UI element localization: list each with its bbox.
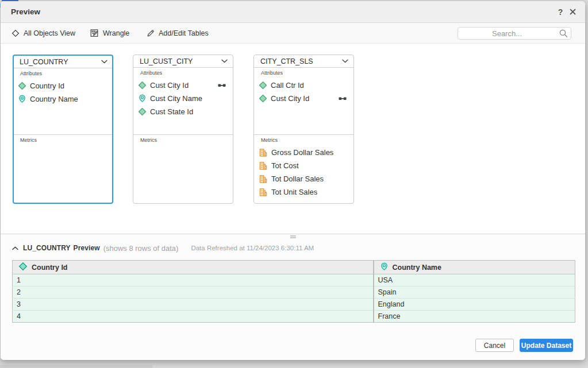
object-item-label: Call Ctr Id	[271, 81, 304, 90]
metric-icon	[259, 149, 267, 157]
object-item[interactable]: Tot Cost	[259, 159, 353, 172]
link-icon	[218, 83, 226, 88]
table-cell: 2	[13, 286, 374, 299]
search-box	[458, 27, 571, 40]
object-item[interactable]: Call Ctr Id	[259, 79, 353, 92]
table-cell: England	[374, 299, 575, 311]
toolbar-item-label: Add/Edit Tables	[159, 29, 209, 37]
metric-icon	[259, 188, 267, 196]
toolbar-item-label: All Objects View	[24, 29, 75, 37]
preview-panel: LU_COUNTRYPreview (shows 8 rows of data)…	[1, 234, 585, 360]
pencil-icon	[147, 29, 155, 37]
attribute-diamond-icon	[259, 95, 267, 102]
metrics-section-label: Metrics	[140, 137, 233, 144]
metric-icon	[259, 175, 267, 183]
close-button[interactable]	[567, 6, 578, 18]
metrics-section: MetricsGross Dollar SalesTot CostTot Dol…	[254, 135, 353, 203]
table-card-title: LU_COUNTRY	[20, 58, 68, 66]
metrics-section: Metrics	[14, 135, 112, 203]
data-refreshed-text: Data Refreshed at 11/24/2023 6:30:11 AM	[191, 245, 314, 251]
table-card-title: LU_CUST_CITY	[140, 57, 193, 65]
table-card-title: CITY_CTR_SLS	[260, 57, 313, 65]
toolbar-item-label: Wrangle	[103, 29, 129, 37]
attributes-section-label: Attributes	[20, 71, 112, 77]
table-cell: France	[374, 311, 575, 323]
column-header-country-name[interactable]: Country Name	[374, 261, 575, 274]
background-page-strip	[0, 365, 152, 368]
object-item-label: Gross Dollar Sales	[271, 148, 333, 157]
update-dataset-button[interactable]: Update Dataset	[520, 339, 573, 352]
object-item[interactable]: Cust City Id	[259, 92, 353, 105]
dialog-toolbar: All Objects ViewWrangleAdd/Edit Tables	[1, 23, 585, 44]
geo-pin-icon	[18, 95, 26, 103]
attributes-section: AttributesCall Ctr IdCust City Id	[254, 68, 353, 135]
geo-pin-icon	[381, 262, 388, 273]
attribute-diamond-icon	[259, 82, 267, 89]
search-input[interactable]	[458, 28, 556, 39]
object-item[interactable]: Cust State Id	[139, 105, 233, 118]
metrics-section-label: Metrics	[20, 137, 112, 144]
metric-icon	[259, 162, 267, 170]
table-card-header: LU_CUST_CITY	[133, 55, 233, 68]
table-card-city_ctr_sls[interactable]: CITY_CTR_SLSAttributesCall Ctr IdCust Ci…	[253, 55, 354, 204]
object-item[interactable]: Cust City Id	[139, 79, 233, 92]
cancel-button[interactable]: Cancel	[475, 339, 514, 352]
rows-note: (shows 8 rows of data)	[103, 244, 179, 253]
object-item[interactable]: Country Name	[18, 92, 112, 106]
table-cell: Spain	[374, 286, 575, 299]
chevron-down-icon[interactable]	[101, 60, 107, 64]
table-cell: 1	[13, 274, 374, 286]
object-item-label: Cust City Id	[271, 94, 309, 103]
object-item-label: Tot Unit Sales	[271, 188, 317, 196]
attribute-diamond-icon	[139, 82, 146, 89]
preview-dialog: Preview ? All Objects ViewWrangleAdd/Edi…	[1, 1, 585, 360]
table-cell: USA	[374, 274, 575, 286]
dialog-title: Preview	[11, 7, 40, 16]
object-item-label: Country Name	[30, 95, 78, 103]
object-item[interactable]: Tot Dollar Sales	[259, 172, 353, 185]
object-item[interactable]: Gross Dollar Sales	[259, 146, 353, 159]
object-item-label: Cust City Id	[150, 81, 189, 90]
link-icon	[339, 96, 347, 101]
search-icon[interactable]	[556, 29, 571, 38]
object-item-label: Cust State Id	[150, 107, 193, 116]
table-row: 1USA	[13, 274, 575, 286]
table-card-lu_country[interactable]: LU_COUNTRYAttributesCountry IdCountry Na…	[13, 55, 113, 204]
dialog-header: Preview ?	[1, 1, 585, 23]
chevron-up-icon	[12, 246, 18, 250]
chevron-down-icon[interactable]	[221, 59, 228, 63]
table-cell: 3	[13, 299, 374, 311]
column-header-label: Country Name	[393, 264, 441, 272]
attributes-section: AttributesCountry IdCountry Name	[14, 68, 112, 135]
object-item-label: Tot Cost	[271, 161, 299, 170]
object-item[interactable]: Tot Unit Sales	[259, 185, 353, 199]
dialog-footer: Cancel Update Dataset	[475, 339, 573, 352]
table-cell: 4	[13, 311, 374, 323]
collapse-panel-button[interactable]	[12, 246, 18, 250]
attribute-diamond-icon	[18, 82, 26, 90]
tables-canvas: LU_COUNTRYAttributesCountry IdCountry Na…	[1, 44, 585, 234]
table-card-header: CITY_CTR_SLS	[254, 55, 353, 68]
attributes-section: AttributesCust City IdCust City NameCust…	[133, 68, 233, 135]
table-card-lu_cust_city[interactable]: LU_CUST_CITYAttributesCust City IdCust C…	[133, 55, 233, 204]
attributes-section-label: Attributes	[140, 70, 233, 76]
metrics-section-label: Metrics	[261, 137, 353, 144]
toolbar-item-add-edit-tables[interactable]: Add/Edit Tables	[147, 23, 209, 43]
table-row: 4France	[13, 311, 575, 323]
attribute-diamond-teal-icon	[19, 262, 27, 272]
object-item[interactable]: Country Id	[18, 79, 112, 92]
toolbar-item-wrangle[interactable]: Wrangle	[90, 23, 129, 43]
toolbar-item-all-objects-view[interactable]: All Objects View	[11, 23, 75, 43]
chevron-down-icon[interactable]	[342, 59, 348, 63]
close-icon	[570, 9, 576, 15]
object-item[interactable]: Cust City Name	[139, 92, 233, 105]
help-button[interactable]: ?	[555, 6, 566, 18]
table-row: 2Spain	[13, 286, 575, 299]
splitter-drag-handle[interactable]	[290, 235, 296, 239]
column-header-label: Country Id	[32, 264, 68, 272]
diamond-outline-icon	[11, 29, 20, 37]
object-item-label: Tot Dollar Sales	[271, 175, 324, 183]
table-card-header: LU_COUNTRY	[14, 56, 112, 68]
table-row: 3England	[13, 299, 575, 311]
column-header-country-id[interactable]: Country Id	[13, 261, 374, 274]
